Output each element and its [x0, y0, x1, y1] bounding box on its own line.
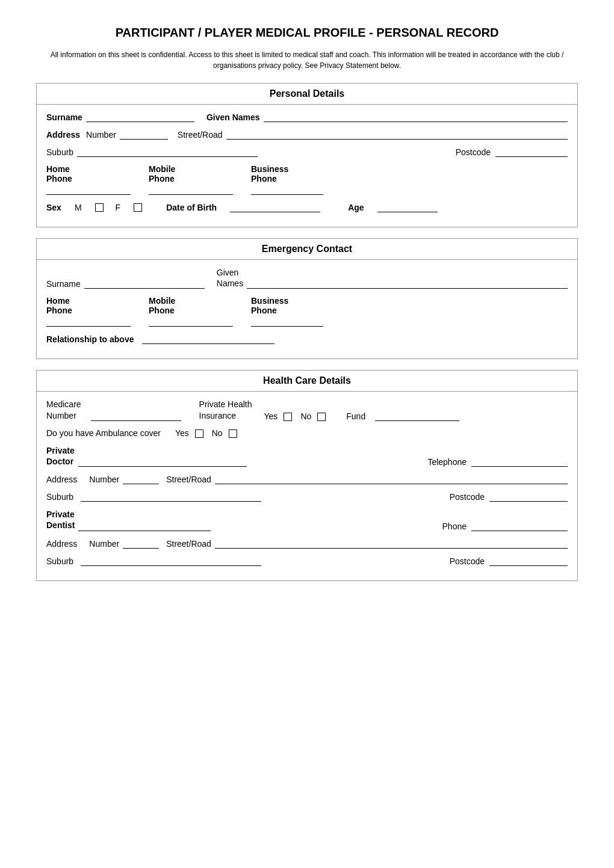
medicare-row: MedicareNumber Private HealthInsurance Y… — [46, 399, 568, 420]
dentist-suburb-input[interactable] — [81, 556, 261, 566]
home-phone-label: HomePhone — [46, 164, 131, 183]
street-road-label: Street/Road — [178, 130, 223, 140]
emergency-mobile-phone-input[interactable] — [149, 316, 233, 327]
emergency-contact-section: Emergency Contact Surname GivenNames Hom… — [36, 238, 578, 359]
emergency-surname-input[interactable] — [84, 279, 205, 289]
surname-input[interactable] — [86, 112, 194, 122]
doctor-postcode-input[interactable] — [489, 491, 568, 502]
private-health-yes-checkbox[interactable] — [284, 413, 292, 421]
dentist-phone-label: Phone — [442, 522, 467, 531]
mobile-phone-item: MobilePhone — [149, 164, 233, 195]
doctor-suburb-input[interactable] — [81, 491, 261, 502]
surname-given-row: Surname Given Names — [46, 112, 568, 122]
dentist-phone-input[interactable] — [471, 521, 568, 531]
suburb-label: Suburb — [46, 147, 73, 157]
emergency-given-names-input[interactable] — [247, 279, 568, 289]
medicare-input[interactable] — [91, 411, 181, 421]
relationship-row: Relationship to above — [46, 334, 568, 344]
private-doctor-row: PrivateDoctor Telephone — [46, 445, 568, 467]
emergency-mobile-phone-item: MobilePhone — [149, 296, 233, 327]
dentist-street-label: Street/Road — [166, 539, 211, 549]
sex-f-checkbox[interactable] — [134, 203, 142, 212]
suburb-postcode-row: Suburb Postcode — [46, 147, 568, 157]
emergency-business-phone-input[interactable] — [251, 316, 323, 327]
fund-label: Fund — [346, 411, 365, 421]
yes-label-1: Yes — [264, 411, 278, 421]
postcode-input[interactable] — [495, 147, 568, 157]
dentist-postcode-input[interactable] — [489, 556, 568, 566]
emergency-business-phone-item: BusinessPhone — [251, 296, 323, 327]
doctor-number-label: Number — [89, 475, 119, 484]
personal-details-section: Personal Details Surname Given Names Add… — [36, 83, 578, 227]
ambulance-label: Do you have Ambulance cover — [46, 428, 161, 438]
telephone-input[interactable] — [471, 457, 568, 467]
dentist-address-label: Address — [46, 539, 77, 549]
age-input[interactable] — [377, 202, 438, 212]
emergency-surname-label: Surname — [46, 279, 81, 289]
suburb-input[interactable] — [77, 147, 258, 157]
doctor-street-input[interactable] — [215, 474, 568, 484]
yes-label-2: Yes — [175, 428, 189, 438]
private-dentist-label: PrivateDentist — [46, 509, 75, 531]
emergency-home-phone-item: HomePhone — [46, 296, 131, 327]
no-label-2: No — [212, 428, 223, 438]
emergency-surname-given-row: Surname GivenNames — [46, 267, 568, 289]
doctor-number-input[interactable] — [123, 474, 159, 484]
address-label: Address — [46, 130, 80, 140]
emergency-business-phone-label: BusinessPhone — [251, 296, 323, 315]
business-phone-input[interactable] — [251, 185, 323, 195]
medicare-label: MedicareNumber — [46, 399, 81, 420]
sex-label: Sex — [46, 203, 61, 212]
private-dentist-input[interactable] — [78, 521, 211, 531]
telephone-label: Telephone — [427, 457, 467, 467]
private-doctor-label: PrivateDoctor — [46, 445, 75, 467]
dob-label: Date of Birth — [166, 203, 217, 212]
address-number-input[interactable] — [120, 129, 168, 140]
dentist-number-label: Number — [89, 539, 119, 549]
surname-label: Surname — [46, 112, 82, 122]
subtitle-text: All information on this sheet is confide… — [36, 49, 578, 71]
mobile-phone-input[interactable] — [149, 185, 233, 195]
doctor-suburb-row: Suburb Postcode — [46, 491, 568, 502]
doctor-postcode-label: Postcode — [450, 492, 485, 502]
street-road-input[interactable] — [226, 129, 568, 140]
dentist-number-input[interactable] — [123, 538, 159, 549]
age-label: Age — [348, 203, 364, 212]
health-care-header: Health Care Details — [37, 371, 577, 392]
relationship-input[interactable] — [142, 334, 274, 344]
page-title: PARTICIPANT / PLAYER MEDICAL PROFILE - P… — [36, 24, 578, 41]
home-phone-input[interactable] — [46, 185, 131, 195]
private-dentist-row: PrivateDentist Phone — [46, 509, 568, 531]
dentist-street-input[interactable] — [215, 538, 568, 549]
ambulance-row: Do you have Ambulance cover Yes No — [46, 428, 568, 438]
ambulance-no-checkbox[interactable] — [229, 429, 237, 438]
postcode-label: Postcode — [456, 147, 491, 157]
dentist-suburb-label: Suburb — [46, 556, 73, 566]
health-care-section: Health Care Details MedicareNumber Priva… — [36, 370, 578, 580]
emergency-contact-header: Emergency Contact — [37, 239, 577, 260]
emergency-mobile-phone-label: MobilePhone — [149, 296, 233, 315]
address-row: Address Number Street/Road — [46, 129, 568, 140]
personal-details-header: Personal Details — [37, 84, 577, 105]
sex-m-checkbox[interactable] — [95, 203, 104, 212]
sex-dob-row: Sex M F Date of Birth Age — [46, 202, 568, 212]
given-names-label: Given Names — [206, 112, 260, 122]
emergency-home-phone-input[interactable] — [46, 316, 131, 327]
mobile-phone-label: MobilePhone — [149, 164, 233, 183]
doctor-address-row: Address Number Street/Road — [46, 474, 568, 484]
given-names-input[interactable] — [264, 112, 568, 122]
fund-input[interactable] — [375, 411, 459, 421]
emergency-phone-row: HomePhone MobilePhone BusinessPhone — [46, 296, 568, 327]
emergency-given-names-label: GivenNames — [217, 267, 243, 289]
dentist-suburb-row: Suburb Postcode — [46, 556, 568, 566]
number-label: Number — [86, 130, 116, 140]
ambulance-yes-checkbox[interactable] — [195, 429, 203, 438]
emergency-home-phone-label: HomePhone — [46, 296, 131, 315]
private-health-label: Private HealthInsurance — [199, 399, 252, 420]
doctor-street-label: Street/Road — [166, 475, 211, 484]
dob-input[interactable] — [230, 202, 320, 212]
private-doctor-input[interactable] — [78, 457, 247, 467]
private-health-no-checkbox[interactable] — [317, 413, 326, 421]
business-phone-label: BusinessPhone — [251, 164, 323, 183]
sex-f-label: F — [116, 203, 121, 212]
